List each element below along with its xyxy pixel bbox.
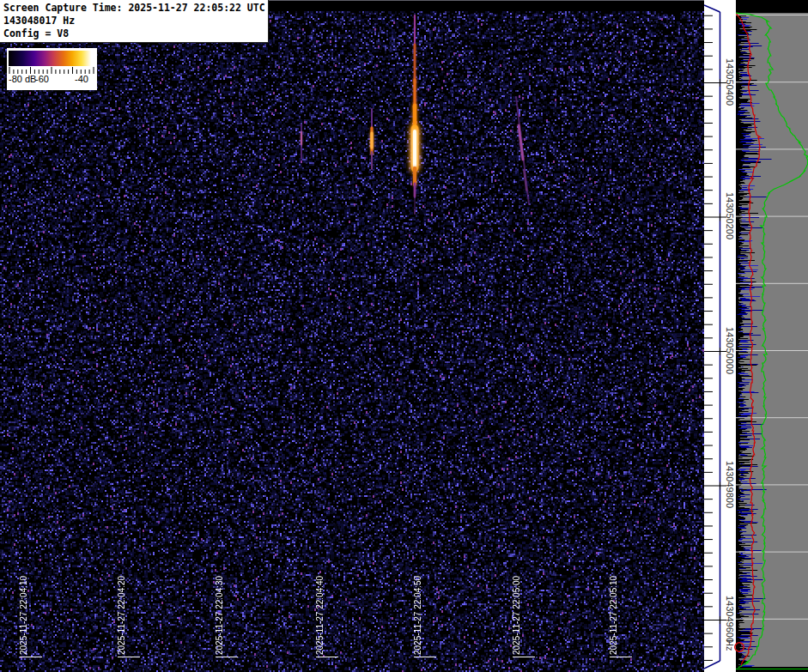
time-axis-label: 2025-11-27 22:04:30 — [215, 576, 225, 655]
color-scale-legend: -80 dB -60 -40 — [7, 48, 97, 90]
legend-max-label: -40 — [75, 74, 88, 84]
spectrum-panel — [736, 0, 808, 672]
capture-info-box: Screen Capture Time: 2025-11-27 22:05:22… — [0, 0, 269, 43]
time-axis-label: 2025-11-27 22:04:40 — [315, 576, 325, 655]
frequency-tick-label: 143050200 — [725, 192, 735, 239]
time-axis-tick — [20, 657, 42, 657]
amplitude-ruler — [9, 66, 94, 74]
time-axis-label: 2025-11-27 22:04:50 — [413, 576, 423, 655]
spectrum-canvas — [736, 0, 808, 672]
waterfall-spectrogram — [0, 0, 704, 672]
frequency-tick-label: 143050400 — [725, 58, 735, 106]
time-axis-tick — [414, 657, 436, 657]
spectrum-lab-screen-capture: 2025-11-27 22:04:102025-11-27 22:04:2020… — [0, 0, 808, 672]
time-axis-label: 2025-11-27 22:04:10 — [19, 576, 29, 655]
time-axis-label: 2025-11-27 22:05:10 — [609, 576, 619, 655]
frequency-tick-label: 143049800 — [725, 461, 735, 508]
time-axis-tick — [316, 657, 338, 657]
marker-circle — [735, 643, 744, 651]
legend-min-label: -80 dB — [9, 74, 36, 84]
config-text: Config = V8 — [3, 27, 264, 40]
legend-mid-label: -60 — [35, 74, 49, 84]
time-axis-label: 2025-11-27 22:05:00 — [512, 576, 522, 655]
time-axis-tick — [216, 657, 238, 657]
time-axis-tick — [610, 657, 632, 657]
frequency-axis: 1430504001430502001430500001430498001430… — [704, 0, 736, 672]
amplitude-gradient-bar — [9, 51, 94, 66]
capture-time-text: Screen Capture Time: 2025-11-27 22:05:22… — [3, 2, 264, 15]
center-frequency-text: 143048017 Hz — [3, 15, 264, 27]
time-axis-tick — [513, 657, 535, 657]
frequency-tick-label: 143050000 — [725, 327, 735, 374]
time-axis-label: 2025-11-27 22:04:20 — [117, 576, 127, 655]
time-axis-tick — [118, 657, 140, 657]
frequency-tick-label: 143049600 — [725, 596, 735, 643]
frequency-marker-ring — [732, 640, 746, 654]
